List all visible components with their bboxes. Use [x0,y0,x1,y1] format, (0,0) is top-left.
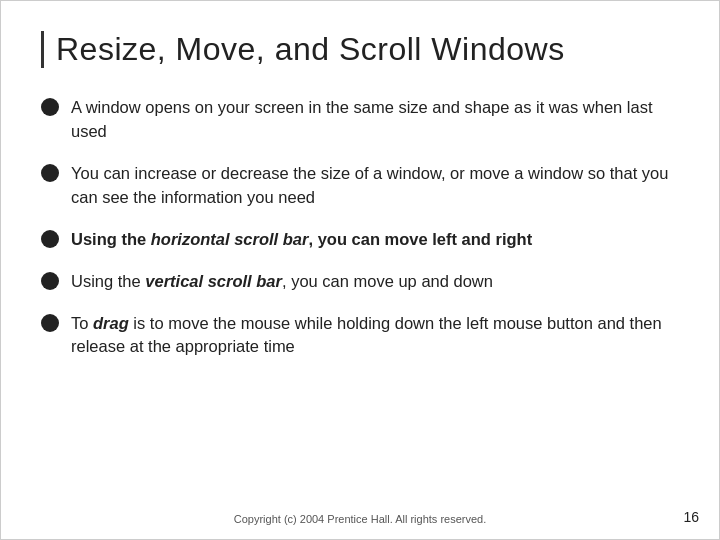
item-text-1: A window opens on your screen in the sam… [71,96,679,144]
footer: Copyright (c) 2004 Prentice Hall. All ri… [1,513,719,525]
item-text-3: Using the horizontal scroll bar, you can… [71,228,679,252]
bold-italic-text: drag [93,314,129,332]
bullet-icon [41,164,59,182]
list-item: A window opens on your screen in the sam… [41,96,679,144]
footer-copyright: Copyright (c) 2004 Prentice Hall. All ri… [234,513,487,525]
page-number: 16 [683,509,699,525]
list-item: Using the vertical scroll bar, you can m… [41,270,679,294]
bold-italic-text: vertical scroll bar [145,272,282,290]
bullet-icon [41,314,59,332]
item-text-2: You can increase or decrease the size of… [71,162,679,210]
bold-text-cont: , you can move left and right [308,230,532,248]
title-bar: Resize, Move, and Scroll Windows [41,31,679,68]
list-item: To drag is to move the mouse while holdi… [41,312,679,360]
bullet-icon [41,230,59,248]
bullet-icon [41,272,59,290]
item-text-4: Using the vertical scroll bar, you can m… [71,270,679,294]
bold-text: Using the [71,230,151,248]
bold-italic-text: horizontal scroll bar [151,230,309,248]
list-item: Using the horizontal scroll bar, you can… [41,228,679,252]
content-list: A window opens on your screen in the sam… [41,96,679,359]
bullet-icon [41,98,59,116]
list-item: You can increase or decrease the size of… [41,162,679,210]
slide: Resize, Move, and Scroll Windows A windo… [0,0,720,540]
item-text-5: To drag is to move the mouse while holdi… [71,312,679,360]
slide-title: Resize, Move, and Scroll Windows [56,31,679,68]
